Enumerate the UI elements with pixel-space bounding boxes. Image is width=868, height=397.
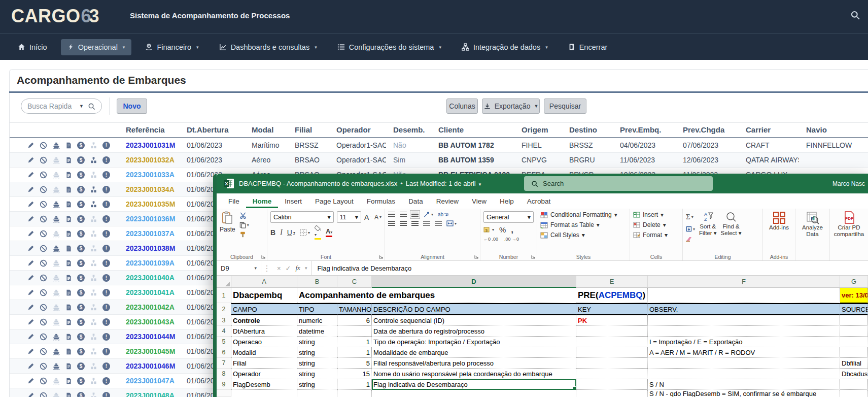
reference-link[interactable]: 2023J001040A: [119, 274, 180, 282]
cell-descricao[interactable]: Data de abertura do registro/processo: [372, 326, 576, 337]
finance-comment-icon[interactable]: $: [77, 318, 85, 326]
cell-tipo[interactable]: string: [297, 379, 337, 390]
document-icon[interactable]: [65, 201, 72, 208]
block-icon[interactable]: [40, 348, 47, 355]
block-icon[interactable]: [40, 289, 47, 296]
cell-tamanho[interactable]: 1: [337, 347, 372, 358]
edit-icon[interactable]: [27, 333, 34, 340]
col-E[interactable]: E: [576, 276, 648, 288]
document-icon[interactable]: [65, 215, 72, 223]
ship-icon[interactable]: [52, 201, 60, 208]
finance-comment-icon[interactable]: $: [77, 215, 85, 223]
ship-icon[interactable]: [52, 318, 60, 326]
cell-E1[interactable]: PRE(ACPEMBQ): [576, 288, 648, 303]
reference-link[interactable]: 2023J001035M: [119, 200, 180, 208]
find-select-button[interactable]: Find &Select ▾: [721, 211, 742, 252]
ship-icon[interactable]: [52, 392, 60, 397]
edit-icon[interactable]: [27, 304, 34, 311]
document-icon[interactable]: [65, 156, 72, 164]
document-icon[interactable]: [65, 304, 72, 311]
document-icon[interactable]: [65, 171, 72, 179]
ship-icon[interactable]: [52, 362, 60, 370]
format-as-table-button[interactable]: Format as Table▾: [540, 221, 627, 228]
columns-button[interactable]: Colunas: [446, 98, 478, 114]
cell-F2[interactable]: OBSERV.: [648, 303, 840, 315]
reference-link[interactable]: 2023J001046M: [119, 362, 180, 370]
cargo-icon[interactable]: [90, 259, 97, 267]
cell-source[interactable]: [840, 347, 868, 358]
global-search-icon[interactable]: [850, 10, 860, 20]
cargo-icon[interactable]: [90, 215, 97, 223]
alert-icon[interactable]: !: [102, 186, 110, 193]
reference-link[interactable]: 2023J001041A: [119, 288, 180, 296]
format-cells-button[interactable]: Format▾: [633, 231, 679, 239]
document-icon[interactable]: [65, 245, 72, 252]
alert-icon[interactable]: !: [102, 259, 110, 267]
block-icon[interactable]: [40, 156, 47, 164]
cargo-icon[interactable]: [90, 377, 97, 385]
search-button[interactable]: Pesquisar: [544, 98, 586, 114]
reference-link[interactable]: 2023J001036M: [119, 215, 180, 223]
document-icon[interactable]: [65, 377, 72, 385]
tab-page-layout[interactable]: Page Layout: [308, 194, 360, 208]
tab-insert[interactable]: Insert: [278, 194, 308, 208]
fill-down-icon[interactable]: ▾: [686, 226, 695, 232]
edit-icon[interactable]: [27, 215, 34, 222]
reference-link[interactable]: 2023J001037A: [119, 229, 180, 238]
sort-filter-button[interactable]: AZ Sort &Filter ▾: [699, 211, 717, 252]
cell-tamanho[interactable]: 1: [337, 337, 372, 347]
block-icon[interactable]: [40, 215, 47, 223]
excel-titlebar[interactable]: X DBACPEMBQ - Acompanhamento de embarque…: [217, 174, 868, 193]
cargo-icon[interactable]: [90, 289, 97, 296]
clear-icon[interactable]: [686, 237, 695, 242]
edit-icon[interactable]: [27, 171, 34, 178]
document-icon[interactable]: [65, 142, 72, 149]
cell-campo[interactable]: Modalid: [231, 347, 297, 358]
reference-link[interactable]: 2023J001045M: [119, 347, 180, 355]
quick-search-dropdown[interactable]: Busca Rapida ▼: [21, 98, 102, 114]
document-icon[interactable]: [65, 318, 72, 326]
row-number[interactable]: 9: [217, 379, 231, 390]
alert-icon[interactable]: !: [102, 201, 110, 208]
cell-E2[interactable]: KEY: [576, 303, 648, 315]
ship-icon[interactable]: [52, 274, 60, 282]
shrink-font-icon[interactable]: A▾: [374, 214, 381, 221]
number-format-select[interactable]: General▾: [483, 211, 534, 223]
ship-icon[interactable]: [52, 230, 60, 238]
ship-icon[interactable]: [52, 156, 60, 164]
ship-icon[interactable]: [52, 289, 60, 296]
cell-observ[interactable]: [648, 369, 840, 379]
finance-comment-icon[interactable]: $: [77, 245, 85, 252]
finance-comment-icon[interactable]: $: [77, 274, 85, 282]
edit-icon[interactable]: [27, 142, 34, 149]
block-icon[interactable]: [40, 318, 47, 326]
block-icon[interactable]: [40, 362, 47, 370]
cell-key[interactable]: [576, 358, 648, 369]
row-number[interactable]: 6: [217, 347, 231, 358]
wrap-text-icon[interactable]: ab: [438, 212, 449, 217]
insert-cells-button[interactable]: Insert▾: [633, 211, 679, 218]
number-dialog-launcher-icon[interactable]: [531, 255, 535, 259]
block-icon[interactable]: [40, 304, 47, 311]
cell-key[interactable]: [576, 347, 648, 358]
bold-button[interactable]: B: [270, 228, 275, 237]
finance-comment-icon[interactable]: $: [77, 304, 85, 311]
col-G[interactable]: G: [840, 276, 868, 288]
cell-A1[interactable]: Dbacpembq: [231, 288, 297, 303]
cargo-icon[interactable]: [90, 318, 97, 326]
cell-key[interactable]: [576, 337, 648, 347]
ship-icon[interactable]: [52, 171, 60, 179]
cell-descricao[interactable]: Nome do usário responsável pela coordena…: [372, 369, 576, 379]
tab-view[interactable]: View: [465, 194, 493, 208]
alert-icon[interactable]: !: [102, 318, 110, 326]
ship-icon[interactable]: [52, 304, 60, 311]
cell-A2[interactable]: CAMPO: [231, 303, 297, 315]
row-number[interactable]: 7: [217, 358, 231, 369]
font-name-select[interactable]: Calibri▾: [270, 211, 334, 223]
nav-inicio[interactable]: Início: [11, 39, 54, 55]
format-painter-icon[interactable]: [239, 231, 249, 238]
document-icon[interactable]: [65, 230, 72, 238]
alert-icon[interactable]: !: [102, 245, 110, 252]
merge-center-icon[interactable]: ▾: [446, 220, 457, 226]
cell-source[interactable]: Dbfilial: [840, 358, 868, 369]
